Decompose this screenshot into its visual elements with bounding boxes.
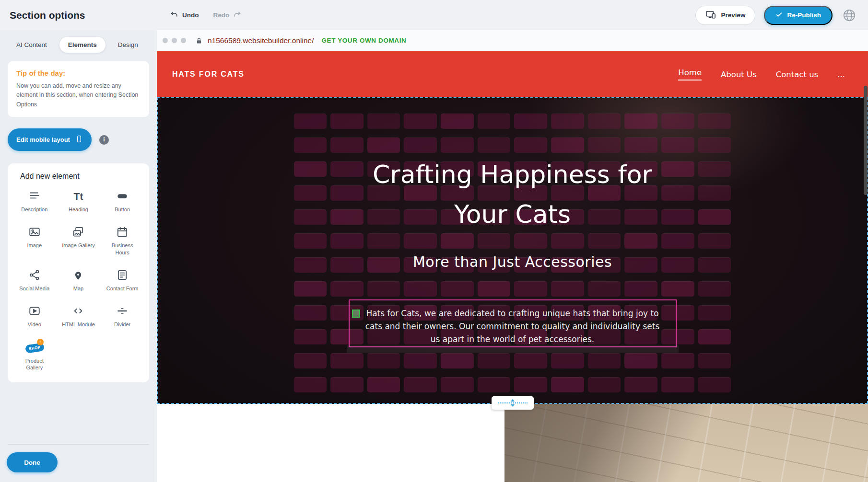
resize-dotted-line [498,402,528,403]
sidebar: AI Content Elements Design Tip of the da… [0,30,157,482]
product-gallery-icon: SHOP ↑ [24,341,45,354]
tab-design[interactable]: Design [109,37,147,53]
app-root: Section options Undo Redo Preview [0,0,868,482]
element-description[interactable]: Description [12,189,57,213]
element-label: Divider [114,321,130,328]
preview-label: Preview [721,11,745,19]
site-preview: HATS FOR CATS Home About Us Contact us .… [157,51,868,482]
nav-home[interactable]: Home [678,68,702,80]
window-dot [163,38,168,43]
element-label: Social Media [19,285,49,292]
description-icon [28,189,41,203]
element-video[interactable]: Video [12,304,57,328]
browser-chrome-bar: n1566589.websitebuilder.online/ GET YOUR… [157,30,868,51]
element-label: Video [28,321,41,328]
hero-copy: Crafting Happiness for Your Cats More th… [158,98,867,403]
edit-mobile-layout-button[interactable]: Edit mobile layout [8,128,92,151]
site-header: HATS FOR CATS Home About Us Contact us .… [157,51,868,97]
tab-elements[interactable]: Elements [59,37,106,53]
lock-icon [196,37,202,45]
element-map[interactable]: Map [57,268,101,292]
undo-redo-group: Undo Redo [170,11,241,20]
paragraph-element-selected[interactable]: Hats for Cats, we are dedicated to craft… [349,299,677,347]
hero-subheading[interactable]: More than Just Accessories [158,253,867,270]
nav-about-us[interactable]: About Us [721,70,757,79]
sidebar-tabs: AI Content Elements Design [8,37,157,53]
element-image[interactable]: Image [12,225,57,256]
tip-of-the-day-card: Tip of the day: Now you can add, move an… [8,61,149,117]
element-label: Product Gallery [17,357,52,371]
contact-form-icon [116,268,129,282]
element-label: Business Hours [105,242,140,256]
element-heading[interactable]: Tt Heading [57,189,101,213]
element-button[interactable]: Button [100,189,144,213]
element-label: Image Gallery [62,242,94,249]
element-business-hours[interactable]: Business Hours [100,225,144,256]
window-dot [172,38,177,43]
redo-label: Redo [213,11,230,19]
hero-heading[interactable]: Crafting Happiness for Your Cats [354,155,671,234]
phone-icon [75,135,83,145]
next-section-preview [157,404,868,482]
preview-devices-icon [705,10,716,21]
element-resize-handle[interactable] [352,310,360,318]
window-dots [163,38,186,43]
site-nav: Home About Us Contact us ... [678,68,868,80]
element-label: Map [73,285,83,292]
video-icon [28,304,41,318]
element-label: Image [27,242,42,249]
page-scrollbar[interactable] [864,86,868,195]
section-resize-handle[interactable] [492,396,534,410]
done-button[interactable]: Done [7,452,58,472]
tab-ai-content[interactable]: AI Content [8,37,56,53]
nav-more-button[interactable]: ... [837,70,845,79]
sidebar-divider [8,444,149,445]
topbar: Section options Undo Redo Preview [0,0,868,30]
element-product-gallery[interactable]: SHOP ↑ Product Gallery [12,341,57,371]
add-element-card: Add new element Description Tt Heading B… [8,163,149,382]
preview-button[interactable]: Preview [695,6,755,25]
element-social-media[interactable]: Social Media [12,268,57,292]
business-hours-icon [116,225,129,239]
check-icon [775,11,783,20]
undo-icon [170,11,178,20]
redo-button[interactable]: Redo [213,11,242,20]
tip-body: Now you can add, move and resize any ele… [16,81,141,109]
next-section-white-area[interactable] [157,404,504,482]
hero-paragraph: Hats for Cats, we are dedicated to craft… [362,307,663,346]
undo-label: Undo [182,11,199,19]
divider-icon [116,304,129,318]
republish-button[interactable]: Re-Publish [764,6,833,25]
undo-button[interactable]: Undo [170,11,199,20]
site-logo[interactable]: HATS FOR CATS [157,70,245,79]
element-label: Contact Form [106,285,139,292]
element-html-module[interactable]: HTML Module [57,304,101,328]
hero-section-selected[interactable]: Crafting Happiness for Your Cats More th… [157,97,868,404]
site-url[interactable]: n1566589.websitebuilder.online/ [208,36,314,45]
social-media-icon [28,268,41,282]
resize-up-arrow-icon [511,399,515,402]
element-label: HTML Module [62,321,95,328]
button-icon [116,189,129,203]
add-element-heading: Add new element [20,172,144,181]
tip-title: Tip of the day: [16,69,141,77]
element-divider[interactable]: Divider [100,304,144,328]
element-image-gallery[interactable]: Image Gallery [57,225,101,256]
nav-contact-us[interactable]: Contact us [776,70,819,79]
image-gallery-icon [72,225,84,239]
element-contact-form[interactable]: Contact Form [100,268,144,292]
edit-mobile-row: Edit mobile layout i [8,128,149,151]
heading-icon: Tt [74,189,83,203]
element-label: Button [115,206,130,213]
info-icon[interactable]: i [99,135,109,145]
get-your-own-domain-link[interactable]: GET YOUR OWN DOMAIN [321,37,406,44]
map-icon [72,268,84,282]
upgrade-arrow-icon: ↑ [37,339,44,345]
redo-icon [233,11,241,20]
language-globe-button[interactable] [841,7,857,23]
element-label: Heading [69,206,88,213]
window-dot [181,38,186,43]
image-icon [28,225,41,239]
content-row: AI Content Elements Design Tip of the da… [0,30,868,482]
next-section-photo[interactable] [504,404,868,482]
